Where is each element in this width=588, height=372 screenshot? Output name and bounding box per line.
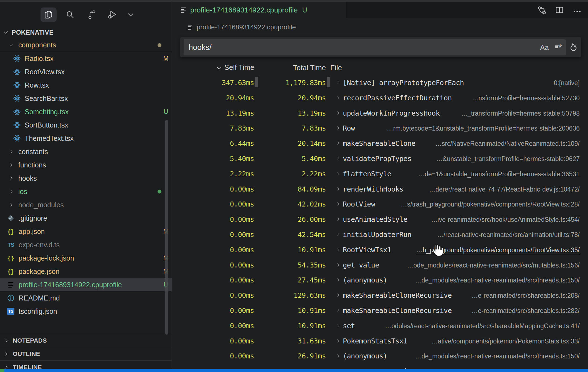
file-location-link[interactable]: …s/trash_playground/pokenative/component… (401, 197, 580, 212)
file-tree-item[interactable]: {} package-lock.json M (0, 251, 172, 265)
file-tree-item[interactable]: Row.tsx (0, 78, 172, 92)
file-tree-item[interactable]: README.md (0, 291, 172, 305)
file-location-link[interactable]: …ive-reanimated/src/hook/useAnimatedStyl… (431, 212, 580, 227)
file-location-link[interactable]: …de_modules/react-native-reanimated/src/… (415, 349, 580, 364)
panel-timeline[interactable]: TIMELINE (0, 360, 172, 369)
profile-table-row[interactable]: 20.94ms 20.94ms recordPassiveEffectDurat… (172, 91, 588, 106)
file-location-link[interactable]: …de_modules/react-native-reanimated/src/… (415, 273, 580, 288)
profile-table-row[interactable]: 0.00ms 26.91ms (anonymous) …de_modules/r… (172, 349, 588, 364)
row-expand-chevron-icon[interactable] (336, 323, 341, 328)
file-tree-item[interactable]: components (0, 39, 172, 52)
file-tree-item[interactable]: functions (0, 158, 172, 172)
row-expand-chevron-icon[interactable] (336, 111, 341, 115)
panel-notepads[interactable]: NOTEPADS (0, 334, 172, 347)
file-tree-item[interactable]: TS expo-env.d.ts (0, 238, 172, 251)
file-tree-item[interactable]: ios (0, 185, 172, 198)
search-icon[interactable] (64, 8, 77, 21)
panel-outline[interactable]: OUTLINE (0, 347, 172, 360)
file-tree-item[interactable]: hooks (0, 172, 172, 185)
row-expand-chevron-icon[interactable] (336, 293, 341, 297)
explorer-icon[interactable] (40, 7, 57, 22)
row-expand-chevron-icon[interactable] (336, 156, 341, 161)
column-header-file[interactable]: File (330, 63, 342, 72)
profile-table-row[interactable]: 2.22ms 2.22ms flattenStyle …de=1&unstabl… (172, 167, 588, 182)
file-location-link[interactable]: …nsformProfile=hermes-stable:52730 (472, 91, 580, 106)
profile-table-row[interactable]: 0.00ms 10.91ms RootViewTsx1 …h_playgroun… (172, 243, 588, 258)
file-tree-item[interactable]: RootView.tsx (0, 65, 172, 78)
row-expand-chevron-icon[interactable] (336, 263, 341, 267)
row-expand-chevron-icon[interactable] (336, 217, 341, 221)
file-tree-item[interactable]: TS tsconfig.json (0, 305, 172, 318)
profile-table-row[interactable]: 7.83ms 7.83ms Row …rm.bytecode=1&unstabl… (172, 121, 588, 136)
row-expand-chevron-icon[interactable] (336, 247, 341, 252)
file-tree-item[interactable]: Radio.tsx M (0, 52, 172, 65)
row-expand-chevron-icon[interactable] (336, 202, 341, 206)
row-expand-chevron-icon[interactable] (336, 187, 341, 191)
debug-icon[interactable] (106, 8, 119, 21)
file-location-link[interactable]: …de=1&unstable_transformProfile=hermes-s… (418, 167, 580, 182)
file-location-link[interactable]: …&unstable_transformProfile=hermes-stabl… (436, 151, 580, 167)
row-expand-chevron-icon[interactable] (336, 141, 341, 146)
row-expand-chevron-icon[interactable] (336, 80, 341, 85)
file-tree-item[interactable]: profile-1741689314922.cpuprofile U (0, 278, 172, 291)
file-location-link[interactable]: …ative/components/pokemon/PokemonStats.t… (432, 334, 580, 349)
profile-table-row[interactable]: 0.00ms 31.63ms PokemonStatsTsx1 …ative/c… (172, 334, 588, 349)
project-root-row[interactable]: POKENATIVE (0, 26, 172, 39)
row-expand-chevron-icon[interactable] (336, 232, 341, 237)
profile-table-row[interactable]: 0.00ms 10.91ms set …odules/react-native-… (172, 319, 588, 334)
regex-button[interactable]: * (555, 45, 562, 50)
file-tree-item[interactable]: SearchBar.tsx (0, 92, 172, 105)
file-location-link[interactable]: …e-reanimated/src/shareables.ts:282/ (472, 303, 580, 319)
row-expand-chevron-icon[interactable] (336, 126, 341, 130)
row-expand-chevron-icon[interactable] (336, 353, 341, 358)
row-expand-chevron-icon[interactable] (336, 308, 341, 313)
file-tree-item[interactable]: node_modules (0, 198, 172, 212)
open-changes-icon[interactable] (537, 5, 546, 15)
file-location-link[interactable]: …derer/react-native-74-77/ReactFabric-de… (429, 182, 580, 197)
profile-table-row[interactable]: 0.00ms 27.45ms (anonymous) …de_modules/r… (172, 273, 588, 288)
profile-table-row[interactable]: 0.00ms 10.91ms makeShareableCloneRecursi… (172, 303, 588, 319)
match-case-button[interactable]: Aa (540, 43, 549, 52)
file-location-link[interactable]: …e-reanimated/src/shareables.ts:208/ (472, 288, 580, 303)
file-location-link[interactable]: …rm.bytecode=1&unstable_transformProfile… (387, 121, 580, 136)
file-tree-item[interactable]: Somehting.tsx U (0, 105, 172, 118)
flame-graph-icon[interactable] (568, 43, 577, 52)
file-location-link[interactable]: …ode_modules/react-native-reanimated/src… (407, 258, 580, 273)
profile-table-row[interactable]: 5.40ms 5.40ms validatePropTypes …&unstab… (172, 151, 588, 167)
profile-table-row[interactable]: 0.00ms 84.09ms renderWithHooks …derer/re… (172, 182, 588, 197)
row-expand-chevron-icon[interactable] (336, 277, 341, 282)
row-expand-chevron-icon[interactable] (336, 171, 341, 176)
file-tree-item[interactable]: SortButton.tsx (0, 118, 172, 132)
split-editor-icon[interactable] (555, 5, 564, 15)
chevron-down-icon[interactable] (124, 8, 137, 21)
file-location-link[interactable]: …odules/react-native-reanimated/src/shar… (385, 319, 580, 334)
file-location-link[interactable]: …/react-native-reanimated/src/animation/… (437, 227, 580, 243)
profile-table-row[interactable]: 347.63ms 1,179.83ms [Native] arrayProtot… (172, 75, 588, 91)
column-header-self-time[interactable]: Self Time (172, 63, 254, 72)
file-tree-item[interactable]: .gitignore (0, 212, 172, 225)
filter-input[interactable]: hooks/ Aa * (184, 39, 566, 55)
profile-table-row[interactable]: 0.00ms 42.02ms RootView …s/trash_playgro… (172, 197, 588, 212)
row-expand-chevron-icon[interactable] (336, 338, 341, 343)
file-tree-item[interactable]: constants (0, 145, 172, 158)
column-header-total-time[interactable]: Total Time (258, 63, 326, 72)
sidebar-scrollbar[interactable] (165, 120, 168, 335)
profile-table-row[interactable]: 13.19ms 13.19ms updateWorkInProgressHook… (172, 106, 588, 121)
file-tree-item[interactable]: {} package.json M (0, 265, 172, 278)
file-location-link[interactable]: …h_playground/pokenative/components/Root… (416, 243, 580, 258)
profile-table-row[interactable]: 0.00ms 129.63ms makeShareableCloneRecurs… (172, 288, 588, 303)
file-location-link[interactable]: …_transformProfile=hermes-stable:50798 (461, 106, 580, 121)
source-control-icon[interactable] (85, 8, 98, 21)
profile-table-row[interactable]: 0.00ms 54.35ms get value …ode_modules/re… (172, 258, 588, 273)
file-tree-item[interactable]: {} app.json M (0, 225, 172, 238)
profile-table-row[interactable]: 0.00ms 26.00ms useAnimatedStyle …ive-rea… (172, 212, 588, 227)
row-expand-chevron-icon[interactable] (336, 95, 341, 100)
breadcrumb[interactable]: profile-1741689314922.cpuprofile (172, 18, 588, 36)
more-actions-icon[interactable] (572, 5, 582, 15)
tab-cpuprofile[interactable]: profile-1741689314922.cpuprofile U (172, 2, 346, 18)
file-location-link[interactable]: 0:[native] (554, 75, 580, 91)
profile-table-row[interactable]: 0.00ms 42.54ms initialUpdaterRun …/react… (172, 227, 588, 243)
file-location-link[interactable]: …src/NativeReanimated/NativeReanimated.t… (435, 136, 580, 151)
file-tree-item[interactable]: ThemedText.tsx (0, 132, 172, 145)
profile-table-row[interactable]: 6.44ms 20.14ms makeShareableClone …src/N… (172, 136, 588, 151)
